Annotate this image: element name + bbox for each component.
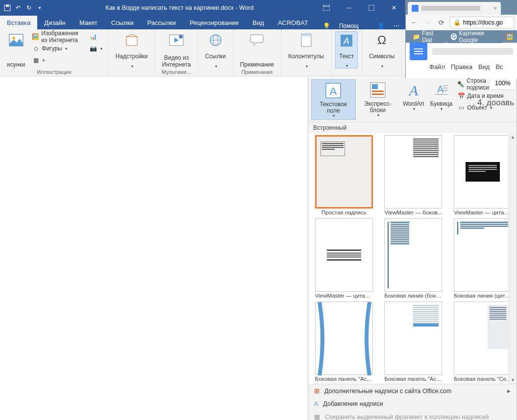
pictures-button[interactable]: исунки (4, 31, 28, 69)
gallery-item[interactable]: Боковая панель "Асп... (382, 302, 445, 382)
links-button[interactable]: Ссылки▾ (202, 31, 228, 69)
more-from-office-button[interactable]: ⊞ Дополнительные надписи с сайта Office.… (308, 384, 517, 397)
tab-close-icon[interactable]: × (493, 5, 497, 12)
svg-rect-25 (372, 91, 384, 92)
tell-me-text[interactable]: Помощ (339, 23, 359, 29)
screenshot-button[interactable]: 📷▾ (88, 43, 104, 54)
menu-view[interactable]: Вид (478, 63, 490, 70)
chrome-tabstrip: × (406, 0, 517, 15)
forward-button[interactable]: → (422, 17, 433, 28)
menu-edit[interactable]: Правка (451, 63, 472, 70)
reload-button[interactable]: ⟳ (436, 17, 447, 28)
gallery-item[interactable]: ViewMaster — боков... (382, 135, 445, 215)
tab-title (421, 6, 480, 11)
gallery-item[interactable]: Боковая линия (цита... (451, 218, 515, 299)
wordart-dropdown[interactable]: A WordArt▾ (400, 79, 427, 120)
close-button[interactable]: ✕ (383, 0, 405, 16)
textbox-gallery: Простая надпись ViewMaster — боков... Vi… (308, 133, 517, 384)
share-icon[interactable]: ⋯ (394, 23, 399, 29)
zoom-level[interactable]: 100% (491, 76, 515, 90)
tab-review[interactable]: Рецензирование (183, 16, 246, 29)
document-area[interactable] (0, 76, 309, 420)
back-button[interactable]: ← (409, 17, 419, 28)
bookmark-fastdial[interactable]: 📁Fast Dial (410, 30, 445, 43)
qat-dropdown-icon[interactable]: ▼ (35, 3, 44, 12)
bookmark-google-images[interactable]: GКартинки Google (448, 30, 503, 43)
express-blocks-dropdown[interactable]: Экспресс-блоки▾ (356, 79, 400, 120)
bookmark-more-icon[interactable]: 🖼️ (506, 33, 513, 40)
gallery-item[interactable]: Боковая панель "Асп... (312, 302, 376, 382)
gallery-item[interactable]: Боковая панель "Се... (451, 302, 515, 382)
store-icon (124, 32, 140, 48)
tab-mailings[interactable]: Рассылки (141, 16, 183, 29)
online-video-button[interactable]: Видео из Интернета (159, 31, 194, 69)
undo-icon[interactable]: ↶ (14, 3, 23, 12)
document-title: Как в Ворде написать текст на картинке.d… (44, 4, 315, 11)
online-images-button[interactable]: 🖼️Изображения из Интернета (30, 31, 80, 42)
gallery-item[interactable]: ViewMaster — цитата... (312, 218, 376, 299)
group-illustrations: Иллюстрации (37, 69, 71, 76)
tab-layout[interactable]: Макет (73, 16, 104, 29)
picture-icon (8, 32, 24, 48)
document-text-fragment: 4. дооавь (477, 98, 514, 108)
lock-icon: 🔒 (453, 19, 461, 26)
signature-icon: ✒️ (457, 80, 465, 88)
menu-file[interactable]: Файл (429, 63, 445, 70)
svg-rect-14 (250, 35, 263, 43)
save-icon[interactable] (3, 3, 12, 12)
group-comments: Примечания (242, 69, 273, 76)
google-docs-menu: Файл Правка Вид Вс (406, 60, 517, 73)
shapes-icon: ◇ (32, 45, 40, 52)
minimize-button[interactable]: ─ (338, 0, 360, 16)
video-icon (169, 32, 184, 48)
dropcap-dropdown[interactable]: A Буквица▾ (427, 79, 456, 120)
tab-acrobat[interactable]: ACROBAT (271, 16, 315, 29)
google-docs-icon[interactable] (410, 43, 427, 60)
textbox-icon: A (323, 81, 343, 100)
tab-insert[interactable]: Вставка (0, 16, 37, 29)
office-icon: ⊞ (314, 387, 320, 395)
google-docs-header (406, 43, 517, 60)
chrome-toolbar: ← → ⟳ 🔒 https://docs.go (406, 15, 517, 30)
svg-rect-2 (323, 5, 330, 11)
redo-icon[interactable]: ↻ (25, 3, 33, 12)
bookmarks-bar: 📁Fast Dial GКартинки Google 🖼️ (406, 30, 517, 43)
shapes-button[interactable]: ◇Фигуры▾ (30, 43, 80, 54)
gallery-scrollbar[interactable]: ▲ ▼ (509, 133, 517, 384)
menu-insert[interactable]: Вс (495, 63, 503, 70)
group-multimedia: Мультиме... (162, 69, 191, 76)
maximize-button[interactable] (360, 0, 383, 16)
header-footer-button[interactable]: Колонтитулы▾ (285, 31, 327, 69)
svg-rect-26 (372, 93, 384, 95)
ribbon: исунки 🖼️Изображения из Интернета ◇Фигур… (0, 29, 405, 76)
smartart-button[interactable]: ▦▾ (30, 55, 80, 66)
tell-me-icon[interactable]: 💡 (323, 23, 330, 29)
address-bar[interactable]: 🔒 https://docs.go (450, 17, 514, 28)
addins-button[interactable]: Надстройки▾ (113, 31, 151, 69)
ribbon-display-icon[interactable] (315, 0, 338, 16)
save-selection-icon: ▦ (314, 413, 320, 420)
symbols-button[interactable]: Ω Символы▾ (366, 31, 397, 69)
scroll-down-icon[interactable]: ▼ (509, 376, 517, 384)
chart-button[interactable]: 📊 (88, 31, 104, 42)
object-icon: ▭ (457, 104, 465, 112)
draw-textbox-button[interactable]: A Добавление надписи (308, 397, 517, 410)
doc-title-placeholder[interactable] (432, 48, 513, 55)
scroll-up-icon[interactable]: ▲ (509, 133, 517, 141)
express-blocks-icon (368, 80, 388, 100)
gallery-item-simple-textbox[interactable]: Простая надпись (312, 135, 376, 215)
svg-rect-4 (369, 5, 374, 11)
gallery-item[interactable]: Боковая линия (боко... (382, 218, 445, 299)
save-selection-button[interactable]: ▦ Сохранить выделенный фрагмент в коллек… (308, 410, 517, 420)
gallery-footer: ⊞ Дополнительные надписи с сайта Office.… (308, 384, 517, 420)
text-button[interactable]: A Текст▾ (335, 31, 358, 69)
account-icon[interactable]: 👤 (377, 23, 385, 29)
comment-button[interactable]: Примечание (237, 31, 277, 69)
gallery-item[interactable]: ViewMaster — цитата... (451, 135, 515, 215)
tab-design[interactable]: Дизайн (37, 16, 73, 29)
tab-view[interactable]: Вид (246, 16, 271, 29)
chrome-tab[interactable]: × (408, 2, 501, 15)
tab-references[interactable]: Ссылки (104, 16, 141, 29)
textbox-dropdown[interactable]: A Текстовое поле▾ (311, 79, 356, 120)
quick-access-toolbar: ↶ ↻ ▼ (3, 3, 44, 12)
